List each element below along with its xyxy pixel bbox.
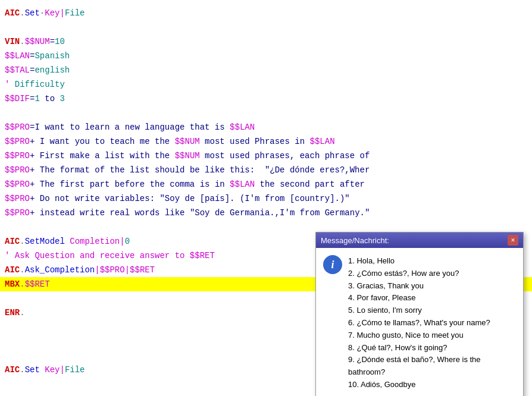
- info-icon: i: [323, 255, 342, 274]
- code-line-8: [0, 106, 532, 120]
- dialog-item: 3. Gracias, Thank you: [348, 280, 516, 293]
- dialog-item: 10. Adiós, Goodbye: [348, 379, 516, 391]
- code-line-1: AIC.Set·Key|File: [0, 6, 532, 20]
- dialog-title: Message/Nachricht:: [321, 236, 389, 245]
- code-line-4: $$LAN=Spanish: [0, 49, 532, 63]
- code-line-13: $$PRO+ The first part before the comma i…: [0, 177, 532, 191]
- message-dialog: Message/Nachricht: × i 1. Hola, Hello2. …: [315, 232, 524, 396]
- dialog-item: 2. ¿Cómo estás?, How are you?: [348, 268, 516, 280]
- dialog-item: 8. ¿Qué tal?, How's it going?: [348, 342, 516, 354]
- code-line-7: $$DIF=1 to 3: [0, 92, 532, 106]
- dialog-item: 6. ¿Cómo te llamas?, What's your name?: [348, 317, 516, 329]
- dialog-content: 1. Hola, Hello2. ¿Cómo estás?, How are y…: [348, 255, 516, 391]
- dialog-item: 4. Por favor, Please: [348, 292, 516, 304]
- code-line-12: $$PRO+ The format of the list should be …: [0, 163, 532, 177]
- code-line-6: ' Difficulty: [0, 77, 532, 92]
- code-line-2: [0, 20, 532, 34]
- code-line-15: $$PRO+ instead write real words like "So…: [0, 206, 532, 220]
- code-line-11: $$PRO+ First make a list with the $$NUM …: [0, 149, 532, 163]
- code-line-9: $$PRO=I want to learn a new language tha…: [0, 120, 532, 134]
- code-line-5: $$TAL=english: [0, 63, 532, 77]
- code-line-3: VIN.$$NUM=10: [0, 34, 532, 49]
- code-line-14: $$PRO+ Do not write variables: "Soy de […: [0, 191, 532, 206]
- dialog-item: 1. Hola, Hello: [348, 255, 516, 268]
- code-line-10: $$PRO+ I want you to teach me the $$NUM …: [0, 134, 532, 149]
- dialog-item: 5. Lo siento, I'm sorry: [348, 304, 516, 317]
- dialog-titlebar: Message/Nachricht: ×: [316, 232, 523, 248]
- dialog-close-button[interactable]: ×: [508, 235, 518, 246]
- dialog-item: 9. ¿Dónde está el baño?, Where is the ba…: [348, 354, 516, 379]
- dialog-body: i 1. Hola, Hello2. ¿Cómo estás?, How are…: [316, 248, 523, 396]
- dialog-item: 7. Mucho gusto, Nice to meet you: [348, 329, 516, 342]
